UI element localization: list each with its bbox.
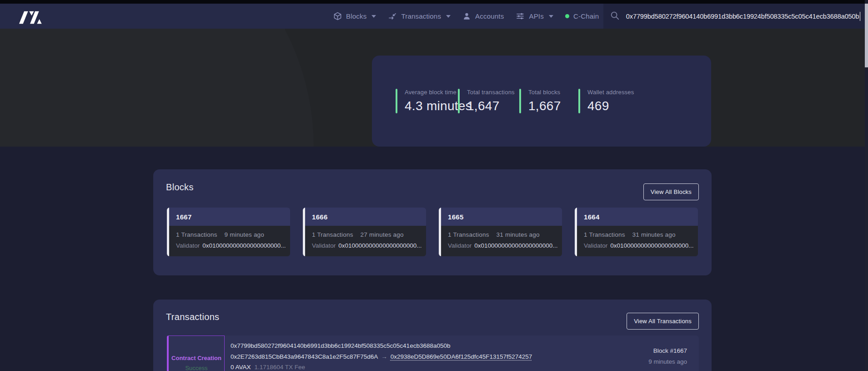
stats-card: Average block time 4.3 minutes Total tra…: [372, 56, 711, 147]
nav-label: Transactions: [401, 12, 441, 20]
transaction-status-badge: Success: [185, 365, 207, 371]
nav-item-accounts[interactable]: Accounts: [462, 12, 504, 20]
nav-label: APIs: [529, 12, 543, 20]
avalanche-logo[interactable]: [17, 8, 43, 25]
block-number[interactable]: 1666: [312, 213, 328, 221]
nav-item-blocks[interactable]: Blocks: [333, 12, 376, 20]
transaction-meta: Block #1667 9 minutes ago: [648, 347, 687, 365]
search-value: 0x7799bd580272f9604140b6991d3bb6c19924bf…: [626, 13, 859, 20]
block-number[interactable]: 1665: [448, 213, 464, 221]
to-address-link[interactable]: 0x2938eD5D869e50DA6f125dfc45F13157f52742…: [391, 353, 532, 360]
block-card-1664[interactable]: 1664 1 Transactions 31 minutes ago Valid…: [575, 208, 698, 256]
block-accent-bar: [303, 208, 305, 256]
transaction-type: Contract Creation: [171, 355, 221, 361]
nav-items: Blocks Transactions Accounts: [333, 4, 632, 29]
view-all-blocks-button[interactable]: View All Blocks: [643, 183, 699, 200]
navbar: Blocks Transactions Accounts: [0, 4, 868, 29]
block-tx-count: 1 Transactions: [584, 231, 625, 238]
search-value-wrap: 0x7799bd580272f9604140b6991d3bb6c19924bf…: [625, 12, 860, 21]
transaction-block-link[interactable]: Block #1667: [648, 347, 687, 354]
validator-hash[interactable]: 0x010000000000000000000...: [202, 242, 286, 249]
nav-label: Accounts: [475, 12, 504, 20]
blocks-section-title: Blocks: [166, 182, 194, 193]
arrow-right-icon: →: [381, 353, 387, 360]
block-card-1665[interactable]: 1665 1 Transactions 31 minutes ago Valid…: [439, 208, 562, 256]
block-card-1667[interactable]: 1667 1 Transactions 9 minutes ago Valida…: [167, 208, 290, 256]
validator-label: Validator: [584, 242, 607, 249]
transaction-hash[interactable]: 0x7799bd580272f9604140b6991d3bb6c19924bf…: [231, 342, 450, 349]
chevron-down-icon: [549, 15, 553, 18]
stat-wallet-addresses: Wallet addresses 469: [578, 89, 634, 113]
stat-value: 1,647: [467, 99, 515, 113]
transaction-value: 0 AVAX: [231, 364, 251, 371]
stat-average-block-time: Average block time 4.3 minutes: [396, 89, 458, 113]
block-age: 27 minutes ago: [361, 231, 404, 238]
stat-label: Total transactions: [467, 89, 515, 96]
swap-arrows-icon: [388, 12, 397, 20]
block-accent-bar: [439, 208, 441, 256]
stat-accent-bar: [578, 89, 580, 113]
block-number[interactable]: 1667: [176, 213, 192, 221]
nav-item-apis[interactable]: APIs: [516, 12, 553, 20]
stat-total-transactions: Total transactions 1,647: [458, 89, 519, 113]
person-icon: [462, 12, 471, 20]
transactions-section: Transactions View All Transactions Contr…: [153, 300, 712, 371]
block-number[interactable]: 1664: [584, 213, 600, 221]
nav-label: C-Chain: [573, 12, 599, 20]
stat-label: Total blocks: [528, 89, 561, 96]
block-accent-bar: [167, 208, 169, 256]
scrollbar-thumb[interactable]: [865, 4, 868, 67]
search-input[interactable]: 0x7799bd580272f9604140b6991d3bb6c19924bf…: [603, 4, 865, 29]
block-card-1666[interactable]: 1666 1 Transactions 27 minutes ago Valid…: [303, 208, 426, 256]
validator-label: Validator: [176, 242, 200, 249]
chevron-down-icon: [371, 15, 376, 18]
page-scrollbar[interactable]: [865, 0, 868, 371]
stat-label: Wallet addresses: [587, 89, 634, 96]
view-all-transactions-button[interactable]: View All Transactions: [627, 313, 699, 330]
validator-hash[interactable]: 0x010000000000000000000...: [610, 242, 693, 249]
hero-decor-curve: [0, 29, 314, 147]
stat-accent-bar: [519, 89, 521, 113]
stat-value: 469: [587, 99, 634, 113]
transaction-row[interactable]: Contract Creation Success 0x7799bd580272…: [167, 335, 699, 371]
search-icon: [610, 10, 620, 22]
transaction-fee: 1.1718604 TX Fee: [255, 364, 306, 371]
nav-item-transactions[interactable]: Transactions: [388, 12, 451, 20]
block-tx-count: 1 Transactions: [176, 231, 217, 238]
transaction-details: 0x7799bd580272f9604140b6991d3bb6c19924bf…: [231, 342, 532, 371]
nav-label: Blocks: [346, 12, 366, 20]
stat-accent-bar: [396, 89, 397, 113]
block-tx-count: 1 Transactions: [448, 231, 489, 238]
validator-label: Validator: [448, 242, 472, 249]
sliders-icon: [516, 12, 525, 20]
blocks-row: 1667 1 Transactions 9 minutes ago Valida…: [167, 208, 698, 256]
validator-hash[interactable]: 0x010000000000000000000...: [474, 242, 557, 249]
stat-total-blocks: Total blocks 1,667: [519, 89, 578, 113]
text-cursor: [860, 12, 861, 21]
hero-band: Average block time 4.3 minutes Total tra…: [0, 29, 868, 147]
transaction-type-cell: Contract Creation Success: [167, 335, 225, 371]
block-age: 9 minutes ago: [225, 231, 264, 238]
transaction-age: 9 minutes ago: [648, 358, 687, 365]
from-address[interactable]: 0x2E7263d815CbB43a9647843C8a1e2F5c87F75d…: [231, 353, 378, 360]
blocks-section: Blocks View All Blocks 1667 1 Transactio…: [153, 169, 712, 275]
validator-label: Validator: [312, 242, 336, 249]
nav-item-chain-select[interactable]: C-Chain: [565, 12, 608, 20]
block-tx-count: 1 Transactions: [312, 231, 353, 238]
window-top-strip: [0, 0, 868, 4]
block-age: 31 minutes ago: [632, 231, 676, 238]
stat-value: 1,667: [528, 99, 561, 113]
cube-icon: [333, 12, 342, 20]
transactions-section-title: Transactions: [166, 312, 219, 322]
chain-status-dot: [565, 14, 569, 18]
block-accent-bar: [575, 208, 577, 256]
stat-accent-bar: [458, 89, 460, 113]
validator-hash[interactable]: 0x010000000000000000000...: [338, 242, 421, 249]
chevron-down-icon: [446, 15, 451, 18]
block-age: 31 minutes ago: [497, 231, 540, 238]
